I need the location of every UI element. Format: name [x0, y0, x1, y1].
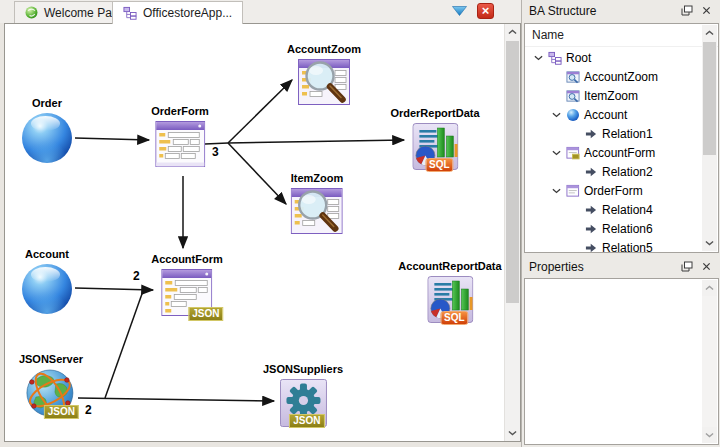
- close-panel-icon[interactable]: [700, 261, 713, 273]
- diagram-node-jsonsuppliers[interactable]: JSONSuppliers: [263, 363, 343, 427]
- scroll-up-icon[interactable]: [702, 280, 717, 296]
- edge-account-accountform: [75, 288, 153, 290]
- scroll-down-icon[interactable]: [505, 425, 520, 441]
- tab-bar: Welcome Page OfficestoreApp... ×: [0, 0, 521, 23]
- scroll-up-icon[interactable]: [505, 24, 520, 40]
- tree-item-relation2[interactable]: Relation2: [525, 162, 703, 181]
- float-panel-icon[interactable]: [680, 5, 693, 17]
- ba-structure-tree: Root AccountZoom: [525, 48, 703, 253]
- edge-orderform-orderreportdata: [228, 140, 404, 143]
- node-label: AccountZoom: [287, 43, 361, 55]
- panel-title: Properties: [529, 260, 680, 274]
- scroll-up-icon[interactable]: [702, 25, 717, 41]
- tree-item-label: ItemZoom: [581, 89, 638, 103]
- diagram-canvas: 3 2 2 Order OrderForm: [4, 23, 521, 442]
- tree-item-label: OrderForm: [581, 184, 643, 198]
- ba-diagram-icon: [123, 6, 137, 20]
- scroll-thumb[interactable]: [703, 42, 716, 155]
- node-label: JSONServer: [19, 353, 83, 365]
- form-icon: [565, 184, 581, 198]
- ba-structure-tree-panel: Name Root: [524, 23, 719, 253]
- tree-item-label: Relation2: [599, 165, 653, 179]
- report-sql-icon: SQL: [427, 276, 473, 323]
- sql-badge: SQL: [425, 158, 454, 172]
- tree-item-label: AccountZoom: [581, 70, 658, 84]
- relation-arrow-icon: [583, 128, 599, 140]
- tree-vscrollbar[interactable]: [702, 25, 717, 251]
- tree-item-itemzoom[interactable]: ItemZoom: [525, 86, 703, 105]
- tree-column-header: Name: [525, 24, 718, 47]
- float-panel-icon[interactable]: [680, 261, 693, 273]
- tree-item-label: Relation6: [599, 222, 653, 236]
- canvas-vscrollbar[interactable]: [504, 24, 520, 441]
- tree-item-label: Relation5: [599, 241, 653, 254]
- edge-jsonserver-jsonsuppliers: [78, 398, 274, 401]
- diagram-node-account[interactable]: Account: [22, 248, 72, 314]
- entity-sphere-icon: [22, 113, 72, 163]
- close-panel-icon[interactable]: [700, 5, 713, 17]
- node-label: OrderReportData: [390, 107, 479, 119]
- zoom-form-icon: [291, 188, 343, 234]
- diagram-node-accountform[interactable]: AccountForm: [151, 253, 223, 316]
- tree-item-root[interactable]: Root: [525, 48, 703, 67]
- sql-badge: SQL: [440, 311, 469, 325]
- diagram-node-accountzoom[interactable]: AccountZoom: [287, 43, 361, 105]
- scroll-down-icon[interactable]: [702, 427, 717, 443]
- panel-title: BA Structure: [529, 4, 680, 18]
- node-label: Order: [32, 97, 62, 109]
- tree-item-relation6[interactable]: Relation6: [525, 219, 703, 238]
- node-label: AccountForm: [151, 253, 223, 265]
- tree-item-accountform[interactable]: AccountForm: [525, 143, 703, 162]
- tree-item-label: Relation1: [599, 127, 653, 141]
- diagram-node-orderreportdata[interactable]: OrderReportData SQL: [390, 107, 479, 170]
- properties-content: [525, 279, 702, 444]
- tree-item-accountzoom[interactable]: AccountZoom: [525, 67, 703, 86]
- tree-item-label: AccountForm: [581, 146, 655, 160]
- tab-label: OfficestoreApp...: [143, 6, 232, 20]
- tree-item-label: Root: [563, 51, 591, 65]
- tree-item-relation1[interactable]: Relation1: [525, 124, 703, 143]
- welcome-globe-icon: [25, 6, 38, 19]
- relation-arrow-icon: [583, 204, 599, 216]
- node-label: ItemZoom: [291, 172, 344, 184]
- right-dock-panel: BA Structure Name: [521, 0, 720, 447]
- chevron-down-icon[interactable]: [548, 188, 565, 194]
- form-json-icon: JSON: [162, 269, 213, 316]
- entity-sphere-icon: [22, 264, 72, 314]
- chevron-down-icon[interactable]: [548, 112, 565, 118]
- edge-multiplicity-label: 2: [133, 269, 140, 283]
- chevron-down-icon[interactable]: [530, 55, 547, 61]
- ba-structure-header: BA Structure: [522, 0, 720, 21]
- node-label: Account: [25, 248, 69, 260]
- tab-dropdown-icon[interactable]: [452, 6, 468, 18]
- json-badge: JSON: [44, 405, 79, 419]
- relation-arrow-icon: [583, 242, 599, 254]
- edge-multiplicity-label: 2: [85, 403, 92, 417]
- diagram-node-jsonserver[interactable]: JSONServer: [19, 353, 83, 419]
- diagram-node-itemzoom[interactable]: ItemZoom: [291, 172, 344, 234]
- tree-item-orderform[interactable]: OrderForm: [525, 181, 703, 200]
- diagram-node-accountreportdata[interactable]: AccountReportData SQL: [398, 260, 501, 323]
- tree-item-relation5[interactable]: Relation5: [525, 238, 703, 253]
- scroll-down-icon[interactable]: [702, 235, 717, 251]
- gear-json-icon: JSON: [279, 379, 326, 427]
- tree-item-relation4[interactable]: Relation4: [525, 200, 703, 219]
- edge-orderform-itemzoom: [228, 143, 286, 204]
- node-label: OrderForm: [151, 105, 208, 117]
- properties-header: Properties: [522, 256, 720, 277]
- edge-jsonserver-accountform: [105, 291, 143, 398]
- properties-vscrollbar[interactable]: [702, 280, 717, 443]
- diagram-node-orderform[interactable]: OrderForm: [151, 105, 208, 167]
- chevron-down-icon[interactable]: [548, 150, 565, 156]
- tab-officestore-app[interactable]: OfficestoreApp...: [112, 1, 243, 24]
- json-badge: JSON: [188, 307, 223, 321]
- diagram-view[interactable]: 3 2 2 Order OrderForm: [5, 24, 504, 441]
- form-icon: [155, 121, 205, 167]
- globe-json-icon: JSON: [25, 369, 77, 419]
- entity-sphere-icon: [565, 109, 581, 121]
- tree-item-account[interactable]: Account: [525, 105, 703, 124]
- close-tab-button[interactable]: ×: [477, 3, 494, 19]
- zoom-form-icon: [298, 59, 350, 105]
- diagram-node-order[interactable]: Order: [22, 97, 72, 163]
- scroll-thumb[interactable]: [506, 41, 519, 303]
